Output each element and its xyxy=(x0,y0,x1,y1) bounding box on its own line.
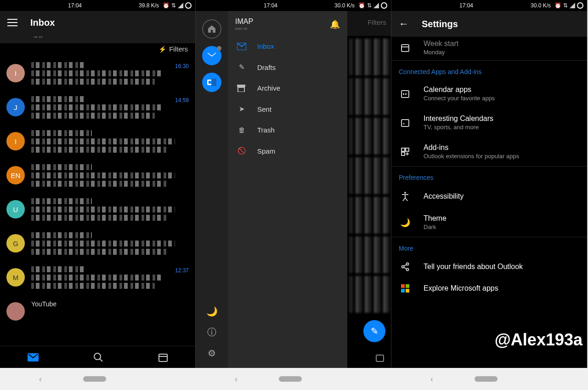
status-speed: 30.0 K/s xyxy=(531,2,551,9)
setting-label: Week start xyxy=(424,40,580,48)
message-row[interactable]: U xyxy=(0,194,195,228)
setting-explore-ms[interactable]: Explore Microsoft apps xyxy=(391,278,587,299)
calendar-tab-icon[interactable] xyxy=(158,352,168,362)
filters-button[interactable]: ⚡ Filters xyxy=(0,43,195,57)
filters-label: Filters xyxy=(368,18,386,26)
status-speed: 30.0 K/s xyxy=(334,2,355,9)
avatar: I xyxy=(6,64,25,82)
screen-drawer: 17:04 30.0 K/s ⏰ ⇅ 🌙 ⓘ ⚙ xyxy=(196,0,391,368)
calendar-icon xyxy=(399,43,412,52)
alarm-icon: ⏰ xyxy=(358,2,365,9)
share-icon xyxy=(399,262,412,271)
message-time: 12:37 xyxy=(175,267,189,274)
interesting-cal-icon xyxy=(399,118,412,127)
svg-rect-12 xyxy=(376,355,384,361)
svg-point-8 xyxy=(209,81,212,84)
nav-home-pill[interactable] xyxy=(475,376,498,382)
drawer-item-spam[interactable]: 🚫 Spam xyxy=(228,140,347,161)
help-icon[interactable]: ⓘ xyxy=(207,326,216,338)
setting-sub: Connect your favorite apps xyxy=(424,95,580,102)
message-time: 16:30 xyxy=(175,63,189,69)
svg-point-1 xyxy=(94,353,101,360)
message-row[interactable]: J 14:59 xyxy=(0,92,195,126)
status-speed: 39.8 K/s xyxy=(139,2,159,9)
svg-rect-17 xyxy=(405,93,407,95)
nav-home-pill[interactable] xyxy=(279,376,302,382)
battery-ring-icon xyxy=(381,2,387,9)
microsoft-icon xyxy=(399,284,412,292)
back-icon[interactable]: ← xyxy=(399,18,409,30)
account-rail: 🌙 ⓘ ⚙ xyxy=(196,11,228,368)
message-row[interactable]: YouTube xyxy=(0,296,195,321)
message-row[interactable]: EN xyxy=(0,160,195,194)
setting-value: Monday xyxy=(424,49,580,56)
message-row[interactable]: I 16:30 xyxy=(0,57,195,92)
drawer-label: Spam xyxy=(257,147,275,155)
svg-rect-16 xyxy=(403,93,404,95)
setting-sub: TV, sports, and more xyxy=(424,124,580,131)
compose-fab[interactable]: ✎ xyxy=(363,320,385,342)
drawer-item-sent[interactable]: ➤ Sent xyxy=(228,98,347,120)
account-type: IMAP xyxy=(235,17,253,26)
calendar-tab-icon[interactable] xyxy=(375,353,384,362)
drawer-label: Trash xyxy=(257,126,275,134)
message-row[interactable]: G xyxy=(0,228,195,262)
message-row[interactable]: I xyxy=(0,126,195,160)
setting-label: Theme xyxy=(424,214,580,223)
setting-label: Explore Microsoft apps xyxy=(424,284,580,292)
nav-home-pill[interactable] xyxy=(83,376,106,382)
nav-back[interactable]: ‹ xyxy=(39,374,42,384)
battery-ring-icon xyxy=(185,2,192,9)
setting-label: Add-ins xyxy=(424,143,580,152)
setting-interesting-calendars[interactable]: Interesting CalendarsTV, sports, and mor… xyxy=(391,108,587,137)
drawer-item-trash[interactable]: 🗑 Trash xyxy=(228,120,347,140)
page-title: Inbox xyxy=(30,17,55,28)
account-outlook-button[interactable] xyxy=(202,73,221,92)
signal-icon xyxy=(373,3,379,8)
account-mail-button[interactable] xyxy=(202,46,221,65)
avatar: M xyxy=(6,268,25,287)
status-bar: 17:04 30.0 K/s ⏰ ⇅ xyxy=(196,0,391,11)
nav-back[interactable]: ‹ xyxy=(430,374,433,384)
message-row[interactable]: M 12:37 xyxy=(0,262,195,296)
drawer-item-archive[interactable]: Archive xyxy=(228,78,347,98)
drawer-item-inbox[interactable]: Inbox xyxy=(228,36,347,57)
setting-addins[interactable]: Add-insOutlook extensions for popular ap… xyxy=(391,137,587,166)
inbox-icon xyxy=(237,43,246,50)
svg-rect-11 xyxy=(238,87,244,92)
bottom-nav xyxy=(0,346,195,368)
search-tab-icon[interactable] xyxy=(93,352,103,362)
drawer-item-drafts[interactable]: ✎ Drafts xyxy=(228,57,347,78)
setting-accessibility[interactable]: Accessibility xyxy=(391,185,587,208)
settings-topbar: ← Settings xyxy=(391,11,587,37)
status-bar: 17:04 39.8 K/s ⏰ ⇅ xyxy=(0,0,195,11)
status-time: 17:04 xyxy=(68,2,82,9)
battery-ring-icon xyxy=(577,2,583,9)
setting-week-start[interactable]: Week start Monday xyxy=(391,37,587,60)
section-header-preferences: Preferences xyxy=(391,166,587,185)
home-rail-button[interactable] xyxy=(202,19,221,39)
filters-label: Filters xyxy=(169,45,188,53)
svg-rect-7 xyxy=(211,79,216,86)
setting-calendar-apps[interactable]: Calendar appsConnect your favorite apps xyxy=(391,79,587,108)
status-time: 17:04 xyxy=(264,2,277,9)
svg-rect-3 xyxy=(159,354,167,361)
inbox-topbar: Inbox xyxy=(0,11,195,34)
calendar-apps-icon xyxy=(399,89,412,98)
nav-back[interactable]: ‹ xyxy=(235,374,237,384)
setting-label: Accessibility xyxy=(424,192,580,201)
drawer-label: Drafts xyxy=(257,63,276,71)
setting-theme[interactable]: 🌙 ThemeDark xyxy=(391,208,587,237)
svg-rect-18 xyxy=(401,120,409,126)
gear-icon[interactable]: ⚙ xyxy=(208,348,216,359)
signal-icon xyxy=(570,3,575,8)
pencil-icon: ✎ xyxy=(371,326,379,337)
account-email-redacted: ▪▪▪▪ ▪▪ xyxy=(235,26,253,31)
hamburger-menu-icon[interactable] xyxy=(7,19,17,26)
setting-share[interactable]: Tell your friends about Outlook xyxy=(391,256,587,278)
mail-tab-icon[interactable] xyxy=(27,353,39,362)
bell-icon[interactable]: 🔔 xyxy=(330,19,340,29)
filters-button-peek[interactable]: Filters xyxy=(347,11,391,36)
avatar: J xyxy=(6,98,25,116)
moon-icon[interactable]: 🌙 xyxy=(206,306,218,317)
